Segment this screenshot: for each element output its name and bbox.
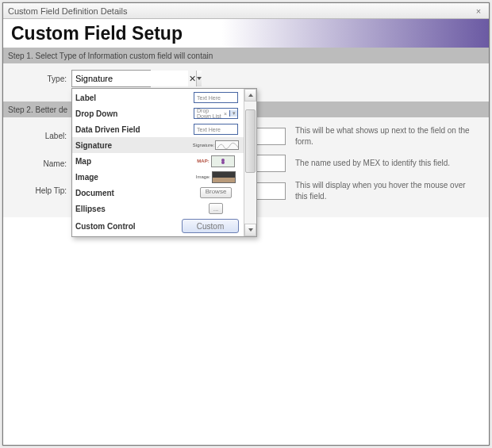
type-option-ellipses[interactable]: Ellipses ... <box>72 201 244 216</box>
preview-browse-button: Browse <box>191 186 240 199</box>
step2-bar-text: Step 2. Better de <box>8 105 67 114</box>
preview-custom-button: Custom <box>180 220 240 232</box>
list-item-label: Custom Control <box>75 222 136 231</box>
list-item-label: Map <box>75 157 91 166</box>
type-option-data-driven[interactable]: Data Driven Field Text Here <box>72 121 244 137</box>
clear-icon[interactable]: ✕ <box>188 71 196 86</box>
type-option-label[interactable]: Label Text Here <box>72 90 244 105</box>
preview-map: MAP: <box>191 155 240 167</box>
type-option-custom-control[interactable]: Custom Control Custom <box>72 216 244 235</box>
scroll-up-icon[interactable] <box>244 89 256 101</box>
preview-dropdown: Drop Down List × ▾ <box>191 107 240 120</box>
preview-image: Image: <box>191 170 240 183</box>
label-hint: This will be what shows up next to the f… <box>295 125 470 147</box>
type-option-dropdown[interactable]: Drop Down Drop Down List × ▾ <box>72 105 244 121</box>
type-label: Type: <box>3 75 71 83</box>
page-header: Custom Field Setup <box>3 19 489 48</box>
type-dropdown-panel: Label Text Here Drop Down Drop Down List… <box>71 88 257 237</box>
preview-text-input: Text Here <box>191 123 240 136</box>
preview-signature: Signature: <box>191 139 240 151</box>
scroll-down-icon[interactable] <box>244 224 256 236</box>
type-option-signature[interactable]: Signature Signature: <box>72 137 244 153</box>
name-hint: The name used by MEX to identify this fi… <box>295 158 450 169</box>
step1-bar: Step 1. Select Type of Information custo… <box>3 48 489 63</box>
preview-ellipses-button: ... <box>191 202 240 215</box>
list-item-label: Signature <box>75 141 112 150</box>
type-option-document[interactable]: Document Browse <box>72 185 244 201</box>
dropdown-scrollbar[interactable] <box>244 89 256 236</box>
window-title: Custom Field Definition Details <box>8 6 127 16</box>
type-option-map[interactable]: Map MAP: <box>72 153 244 169</box>
list-item-label: Drop Down <box>75 109 117 118</box>
page-title: Custom Field Setup <box>11 23 183 44</box>
scroll-track[interactable] <box>244 101 256 224</box>
help-tip-label: Help Tip: <box>3 186 71 195</box>
dialog-window: Custom Field Definition Details × Custom… <box>2 2 490 446</box>
list-item-label: Ellipses <box>75 205 106 213</box>
ellipsis-icon: ... <box>209 203 223 214</box>
titlebar: Custom Field Definition Details × <box>3 3 489 19</box>
name-field-label: Name: <box>3 159 71 168</box>
step1-bar-text: Step 1. Select Type of Information custo… <box>8 52 213 60</box>
close-icon[interactable]: × <box>473 6 484 17</box>
type-input[interactable] <box>72 71 188 86</box>
scroll-thumb[interactable] <box>245 109 256 173</box>
chevron-down-icon[interactable] <box>196 71 202 86</box>
list-item-label: Document <box>75 189 114 197</box>
type-option-image[interactable]: Image Image: <box>72 169 244 185</box>
label-label: Label: <box>3 132 71 140</box>
list-item-label: Label <box>75 94 96 102</box>
type-combobox[interactable]: ✕ <box>71 70 151 87</box>
list-item-label: Image <box>75 173 98 182</box>
help-hint: This will display when you hover the mou… <box>295 180 470 201</box>
list-item-label: Data Driven Field <box>75 125 140 134</box>
preview-text-input: Text Here <box>191 91 240 104</box>
